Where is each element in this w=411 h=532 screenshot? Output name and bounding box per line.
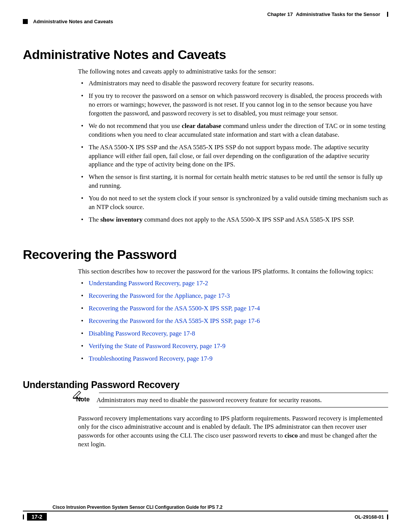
note-rule [99, 393, 388, 393]
paragraph: Password recovery implementations vary a… [78, 414, 388, 449]
list-item: We do not recommend that you use clear d… [78, 122, 388, 139]
section1-body: The following notes and caveats apply to… [78, 67, 388, 224]
list-item: Disabling Password Recovery, page 17-8 [78, 329, 388, 338]
section2-intro: This section describes how to recover th… [78, 267, 388, 276]
running-head: Administrative Notes and Caveats [33, 19, 113, 24]
header-second-row: Administrative Notes and Caveats [23, 19, 388, 24]
bold-term: clear database [182, 122, 221, 129]
heading-understanding-recovery: Understanding Password Recovery [23, 379, 388, 390]
xref-link[interactable]: Recovering the Password for the ASA 5500… [89, 305, 260, 312]
section1-intro: The following notes and caveats apply to… [78, 67, 388, 76]
footer-bar-icon [23, 514, 24, 519]
list-item: The show inventory command does not appl… [78, 216, 388, 224]
pencil-icon [72, 390, 84, 400]
list-item: Understanding Password Recovery, page 17… [78, 279, 388, 288]
header-bar-icon [387, 12, 388, 17]
text-fragment: We do not recommend that you use [89, 122, 182, 129]
document-page: Chapter 17 Administrative Tasks for the … [0, 0, 411, 532]
note-block: Note Administrators may need to disable … [57, 393, 388, 407]
list-item: The ASA 5500-X IPS SSP and the ASA 5585-… [78, 143, 388, 169]
list-item: You do not need to set the system clock … [78, 194, 388, 212]
note-text: Administrators may need to disable the p… [97, 396, 322, 405]
list-item: Recovering the Password for the ASA 5500… [78, 304, 388, 313]
xref-link[interactable]: Recovering the Password for the Applianc… [89, 292, 230, 299]
xref-link[interactable]: Recovering the Password for the ASA 5585… [89, 317, 260, 324]
bold-term: cisco [285, 432, 298, 439]
header-top-row: Chapter 17 Administrative Tasks for the … [23, 11, 388, 17]
header-square-icon [23, 19, 28, 24]
section2-body: This section describes how to recover th… [78, 267, 388, 363]
xref-link[interactable]: Verifying the State of Password Recovery… [89, 342, 226, 350]
list-item: Administrators may need to disable the p… [78, 79, 388, 88]
section3-body: Password recovery implementations vary a… [78, 414, 388, 449]
list-item: Recovering the Password for the ASA 5585… [78, 317, 388, 326]
xref-link[interactable]: Understanding Password Recovery, page 17… [89, 280, 208, 287]
note-rule [99, 407, 388, 407]
chapter-title: Administrative Tasks for the Sensor [296, 11, 380, 17]
chapter-number: Chapter 17 [267, 11, 293, 17]
heading-recovering-password: Recovering the Password [23, 247, 388, 262]
bold-term: show inventory [100, 216, 143, 223]
footer-bar-icon [387, 514, 388, 519]
list-item: Recovering the Password for the Applianc… [78, 292, 388, 300]
xref-link[interactable]: Disabling Password Recovery, page 17-8 [89, 330, 195, 337]
page-footer: Cisco Intrusion Prevention System Sensor… [23, 505, 388, 521]
page-number-badge: 17-2 [27, 513, 47, 521]
text-fragment: command does not apply to the ASA 5500-X… [143, 216, 354, 223]
list-item: Troubleshooting Password Recovery, page … [78, 355, 388, 363]
section1-list: Administrators may need to disable the p… [78, 79, 388, 224]
list-item: If you try to recover the password on a … [78, 92, 388, 118]
list-item: When the sensor is first starting, it is… [78, 173, 388, 190]
footer-guide-title: Cisco Intrusion Prevention System Sensor… [53, 505, 223, 510]
doc-id: OL-29168-01 [355, 514, 384, 520]
text-fragment: The [89, 216, 100, 223]
xref-link[interactable]: Troubleshooting Password Recovery, page … [89, 355, 212, 362]
heading-admin-notes: Administrative Notes and Caveats [23, 47, 388, 62]
list-item: Verifying the State of Password Recovery… [78, 342, 388, 351]
section2-list: Understanding Password Recovery, page 17… [78, 279, 388, 363]
